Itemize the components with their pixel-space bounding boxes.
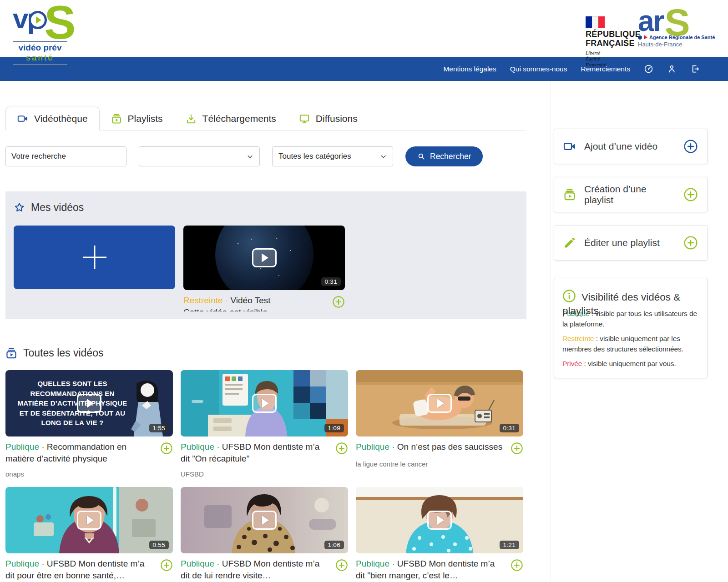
visibility-label: Publique xyxy=(356,442,389,452)
search-bar: Toutes les catégories Rechercher xyxy=(5,146,526,166)
plus-icon xyxy=(94,246,95,269)
tab-diffusions[interactable]: Diffusions xyxy=(288,107,369,130)
my-videos-title: Mes vidéos xyxy=(31,201,84,214)
video-caption[interactable]: Publique · UFSBD Mon dentiste m’a dit po… xyxy=(5,558,154,582)
vps-logo-subtitle2: santé xyxy=(13,53,67,63)
search-input[interactable] xyxy=(5,146,126,166)
video-thumbnail[interactable]: QUELLES SONT LES RECOMMANDATIONS EN MATI… xyxy=(5,370,173,436)
visibility-label: Restreinte xyxy=(183,296,223,305)
visibility-info-title-text: Visibilité des vidéos & playlists xyxy=(562,291,680,316)
video-thumbnail[interactable]: 0:55 xyxy=(5,487,173,553)
main-column: Vidéothèque Playlists Téléchargements Di… xyxy=(0,81,551,582)
video-thumbnail-earth[interactable]: 0:31 xyxy=(183,226,345,290)
video-caption[interactable]: Publique · On n’est pas des saucisses xyxy=(356,441,504,455)
video-thumbnail[interactable]: 1:09 xyxy=(181,370,348,436)
visibility-term: Restreinte xyxy=(562,335,594,342)
video-caption[interactable]: Publique · UFSBD Mon dentiste m’a dit de… xyxy=(181,558,329,582)
dashboard-gauge-icon[interactable] xyxy=(644,64,653,74)
add-to-playlist-button[interactable] xyxy=(160,559,173,572)
plus-circle-icon[interactable] xyxy=(683,139,698,154)
video-caption[interactable]: Publique · Recommandation en matière d’a… xyxy=(5,441,154,465)
add-to-playlist-button[interactable] xyxy=(335,442,348,455)
video-card: 0:55 Publique · UFSBD Mon dentiste m’a d… xyxy=(5,487,173,582)
play-button-overlay[interactable] xyxy=(77,511,101,530)
playlist-icon xyxy=(563,188,576,201)
tab-telechargements[interactable]: Téléchargements xyxy=(174,107,288,130)
play-button-overlay[interactable] xyxy=(252,394,277,413)
tab-playlists[interactable]: Playlists xyxy=(100,107,174,130)
content: Vidéothèque Playlists Téléchargements Di… xyxy=(0,81,728,582)
vps-logo: vp S vidéo prév santé xyxy=(13,3,76,65)
action-label: Création d’une playlist xyxy=(584,184,675,206)
add-to-playlist-button[interactable] xyxy=(511,559,523,572)
video-camera-icon xyxy=(563,140,576,153)
add-to-playlist-button[interactable] xyxy=(332,296,345,308)
add-video-action[interactable]: Ajout d’une vidéo xyxy=(554,129,708,164)
nav-link-mentions-legales[interactable]: Mentions légales xyxy=(443,65,496,73)
motto-egalite: Égalité xyxy=(586,56,600,61)
vps-logo-s: S xyxy=(44,3,76,42)
duration-badge: 1:09 xyxy=(324,424,344,432)
video-author: la ligue contre le cancer xyxy=(356,460,523,468)
visibility-label: Publique xyxy=(5,559,39,568)
add-video-card[interactable] xyxy=(14,226,175,289)
play-button-overlay[interactable] xyxy=(427,394,452,413)
motto-liberte: Liberté xyxy=(586,50,600,55)
video-caption[interactable]: Publique · UFSBD Mon dentiste m’a dit ”b… xyxy=(356,558,504,582)
separator: · xyxy=(214,559,222,568)
search-icon xyxy=(417,152,425,161)
logout-icon[interactable] xyxy=(690,64,700,74)
add-to-playlist-button[interactable] xyxy=(160,442,173,455)
edit-playlist-action[interactable]: Éditer une playlist xyxy=(554,225,708,261)
ars-logo-ar: ar xyxy=(638,7,664,35)
download-icon xyxy=(186,113,197,124)
visibility-item-privee: Privée : visible uniquement par vous. xyxy=(562,358,699,369)
visibility-label: Publique xyxy=(5,442,39,452)
play-button-overlay[interactable] xyxy=(427,511,452,530)
vps-logo-subtitle1: vidéo prév xyxy=(13,43,67,53)
filter-select[interactable] xyxy=(139,146,260,166)
my-video-card: 0:31 Restreinte · Vidéo Test Cette vidéo… xyxy=(183,226,345,311)
search-button[interactable]: Rechercher xyxy=(405,146,483,166)
video-caption[interactable]: Restreinte · Vidéo Test Cette vidéo est … xyxy=(183,295,326,311)
play-button-overlay[interactable] xyxy=(77,394,101,413)
duration-badge: 0:31 xyxy=(321,277,341,286)
pencil-icon xyxy=(563,236,576,249)
user-icon[interactable] xyxy=(667,64,677,74)
video-thumbnail[interactable]: 1:06 xyxy=(181,487,348,553)
video-title: Vidéo Test xyxy=(231,296,271,305)
nav-link-qui-sommes-nous[interactable]: Qui sommes-nous xyxy=(510,65,567,73)
plus-circle-icon[interactable] xyxy=(683,187,698,202)
video-caption[interactable]: Publique · UFSBD Mon dentiste m’a dit ”O… xyxy=(181,441,329,465)
duration-badge: 1:55 xyxy=(149,424,169,432)
video-thumbnail[interactable]: 0:31 xyxy=(356,370,523,436)
plus-circle-icon[interactable] xyxy=(683,236,698,250)
french-flag-icon xyxy=(586,16,605,28)
search-button-label: Rechercher xyxy=(430,152,471,161)
separator: · xyxy=(223,296,231,305)
video-thumbnail[interactable]: 1:21 xyxy=(356,487,523,553)
video-card: QUELLES SONT LES RECOMMANDATIONS EN MATI… xyxy=(5,370,173,478)
playlist-icon xyxy=(111,113,122,124)
create-playlist-action[interactable]: Création d’une playlist xyxy=(554,177,708,212)
add-to-playlist-button[interactable] xyxy=(335,559,348,572)
info-icon xyxy=(562,289,576,303)
separator: · xyxy=(39,559,47,568)
add-to-playlist-button[interactable] xyxy=(511,442,523,455)
tab-label: Diffusions xyxy=(316,113,358,124)
category-select[interactable]: Toutes les catégories xyxy=(272,146,393,166)
visibility-info-card: Visibilité des vidéos & playlists Publiq… xyxy=(554,278,708,378)
tab-videotheque[interactable]: Vidéothèque xyxy=(5,107,100,130)
playlist-icon xyxy=(5,347,17,359)
all-videos-title: Toutes les vidéos xyxy=(23,347,103,359)
play-button-overlay[interactable] xyxy=(252,248,277,267)
tab-label: Vidéothèque xyxy=(34,113,88,124)
video-card: 1:09 Publique · UFSBD Mon dentiste m’a d… xyxy=(181,370,348,478)
duration-badge: 1:21 xyxy=(500,541,519,549)
action-label: Éditer une playlist xyxy=(584,237,675,248)
separator: · xyxy=(214,442,222,452)
tab-label: Téléchargements xyxy=(202,113,276,124)
ars-chevron-icon xyxy=(644,35,647,40)
action-label: Ajout d’une vidéo xyxy=(584,141,675,152)
play-button-overlay[interactable] xyxy=(252,511,277,530)
